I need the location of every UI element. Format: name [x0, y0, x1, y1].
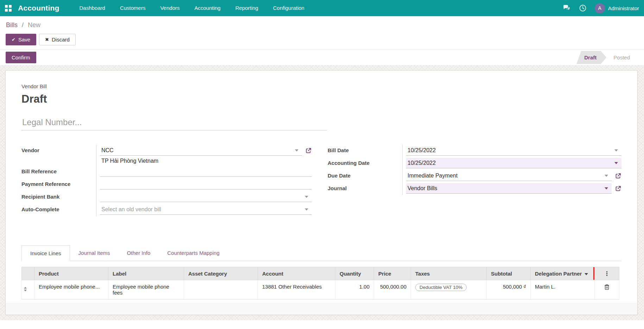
cell-delete	[595, 280, 619, 299]
external-link-icon[interactable]	[615, 173, 621, 179]
journal-label: Journal	[328, 182, 402, 195]
column-header-delegation-partner[interactable]: Delegation Partner	[531, 267, 595, 280]
statusbar-row: Confirm Draft Posted	[0, 50, 644, 65]
chevron-down-icon[interactable]	[614, 149, 618, 151]
payment-reference-input[interactable]	[100, 179, 312, 189]
notebook-tabs: Invoice Lines Journal Items Other Info C…	[21, 245, 621, 261]
trash-icon[interactable]	[604, 284, 610, 290]
legal-number-input[interactable]: Legal Number...	[21, 117, 327, 130]
nav-item-accounting[interactable]: Accounting	[187, 0, 228, 16]
cell-delegation-partner[interactable]: Martin L.	[531, 280, 595, 299]
vendor-input[interactable]: NCC	[100, 145, 302, 156]
due-date-label: Due Date	[328, 170, 402, 182]
down-triangle	[24, 290, 27, 291]
external-link-icon[interactable]	[305, 147, 312, 154]
cell-asset-category[interactable]	[184, 280, 258, 299]
subtotal-value: 500,000 ₫	[503, 284, 526, 290]
app-title[interactable]: Accounting	[18, 4, 59, 12]
drag-handle-icon[interactable]	[24, 285, 27, 291]
chevron-down-icon[interactable]	[305, 196, 308, 198]
bill-reference-input[interactable]	[100, 166, 312, 177]
column-header-asset-category[interactable]: Asset Category	[184, 267, 258, 280]
bill-date-input[interactable]: 10/25/2022	[406, 145, 621, 156]
left-field-group: Vendor NCC TP Hải Phòng	[21, 144, 312, 216]
chevron-down-icon[interactable]	[305, 208, 308, 211]
external-link-icon[interactable]	[615, 185, 621, 192]
status-posted[interactable]: Posted	[606, 51, 638, 64]
chevron-down-icon[interactable]	[295, 149, 298, 151]
discard-button[interactable]: ✖ Discard	[39, 34, 76, 45]
cell-taxes[interactable]: Deductible VAT 10%	[411, 280, 487, 299]
column-header-subtotal[interactable]: Subtotal	[487, 267, 531, 280]
journal-input[interactable]: Vendor Bills	[406, 183, 612, 194]
vendor-value: NCC	[101, 147, 293, 154]
vendor-label: Vendor	[21, 144, 96, 166]
auto-complete-input[interactable]: Select an old vendor bill	[100, 204, 312, 215]
label-value-line1: Employee mobile phone	[113, 284, 179, 290]
messages-icon[interactable]	[562, 4, 571, 12]
column-header-account[interactable]: Account	[258, 267, 335, 280]
breadcrumb-separator: /	[22, 21, 24, 28]
recipient-bank-cell	[96, 191, 312, 204]
cell-product[interactable]: Employee mobile phone...	[34, 280, 108, 299]
user-menu[interactable]: A Administrator	[595, 3, 639, 13]
accounting-date-label: Accounting Date	[328, 157, 402, 170]
right-field-group: Bill Date 10/25/2022 Accounting Date 10/…	[328, 144, 621, 216]
delegation-partner-header-label: Delegation Partner	[535, 271, 582, 277]
tax-badge[interactable]: Deductible VAT 10%	[415, 284, 467, 291]
chevron-down-icon[interactable]	[605, 187, 608, 189]
cell-account[interactable]: 13881 Other Receivables	[258, 280, 335, 299]
nav-item-dashboard[interactable]: Dashboard	[72, 0, 113, 16]
breadcrumb: Bills / New	[0, 16, 644, 32]
save-button-label: Save	[18, 37, 30, 43]
up-triangle	[24, 287, 27, 289]
column-header-quantity[interactable]: Quantity	[335, 267, 374, 280]
tab-counterparts-mapping[interactable]: Counterparts Mapping	[159, 245, 228, 261]
accounting-date-input[interactable]: 10/25/2022	[406, 158, 621, 168]
recipient-bank-input[interactable]	[100, 192, 312, 202]
tab-invoice-lines[interactable]: Invoice Lines	[21, 245, 70, 261]
optional-columns-toggle[interactable]: ⋮	[595, 267, 619, 280]
column-header-label[interactable]: Label	[108, 267, 184, 280]
odoo-accounting-screen: Accounting Dashboard Customers Vendors A…	[0, 0, 644, 329]
avatar-initial: A	[598, 5, 601, 11]
quantity-value: 1.00	[359, 284, 370, 290]
column-header-taxes[interactable]: Taxes	[411, 267, 487, 280]
invoice-line-row[interactable]: Employee mobile phone... Employee mobile…	[22, 280, 619, 299]
status-draft: Draft	[576, 51, 606, 64]
column-header-price[interactable]: Price	[374, 267, 411, 280]
discard-button-label: Discard	[52, 37, 70, 43]
apps-menu-icon[interactable]	[5, 5, 12, 12]
accounting-date-cell: 10/25/2022	[402, 157, 621, 170]
chevron-down-icon[interactable]	[605, 175, 608, 177]
apps-square	[9, 5, 12, 8]
breadcrumb-bills-link[interactable]: Bills	[6, 21, 18, 28]
user-avatar: A	[595, 3, 605, 13]
due-date-value: Immediate Payment	[408, 173, 602, 179]
cell-label[interactable]: Employee mobile phone fees	[108, 280, 184, 299]
document-state-title: Draft	[21, 93, 621, 105]
bill-reference-label: Bill Reference	[21, 166, 96, 178]
nav-item-configuration[interactable]: Configuration	[266, 0, 312, 16]
vendor-cell: NCC TP Hải Phòng Vietnam	[96, 144, 312, 166]
handle-column-header	[22, 267, 34, 280]
nav-item-customers[interactable]: Customers	[113, 0, 153, 16]
confirm-button[interactable]: Confirm	[6, 52, 36, 63]
cell-quantity[interactable]: 1.00	[335, 280, 374, 299]
nav-item-vendors[interactable]: Vendors	[153, 0, 187, 16]
nav-right: A Administrator	[562, 3, 639, 13]
tab-journal-items[interactable]: Journal Items	[70, 245, 119, 261]
due-date-input[interactable]: Immediate Payment	[406, 170, 612, 181]
auto-complete-label: Auto-Complete	[21, 204, 96, 216]
tab-other-info[interactable]: Other Info	[119, 245, 159, 261]
due-date-cell: Immediate Payment	[402, 170, 621, 182]
activities-clock-icon[interactable]	[579, 4, 587, 12]
chevron-down-icon[interactable]	[614, 162, 618, 164]
bill-date-value: 10/25/2022	[408, 147, 612, 154]
nav-menu: Dashboard Customers Vendors Accounting R…	[72, 0, 312, 16]
column-header-product[interactable]: Product	[34, 267, 108, 280]
nav-item-reporting[interactable]: Reporting	[228, 0, 266, 16]
save-button[interactable]: ✔ Save	[6, 34, 36, 45]
cell-price[interactable]: 500,000.00	[374, 280, 411, 299]
bill-reference-cell	[96, 166, 312, 178]
